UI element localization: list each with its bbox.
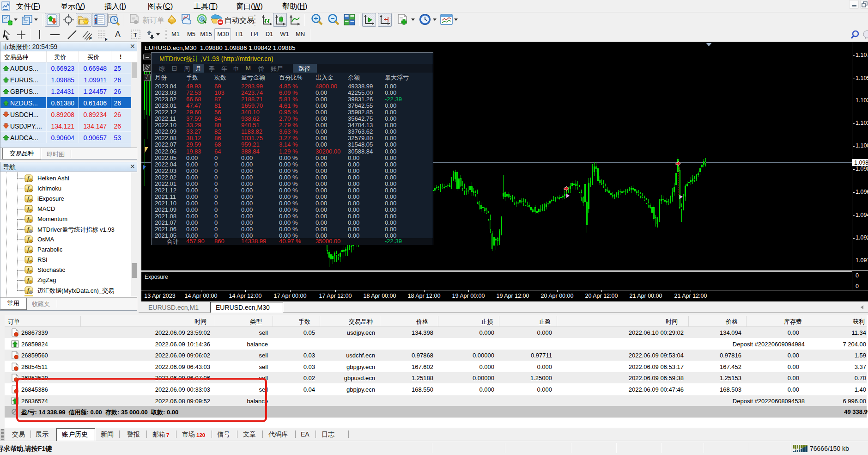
svg-text:T: T <box>134 31 137 38</box>
svg-text:F: F <box>105 37 108 41</box>
svg-text:E: E <box>89 37 92 41</box>
